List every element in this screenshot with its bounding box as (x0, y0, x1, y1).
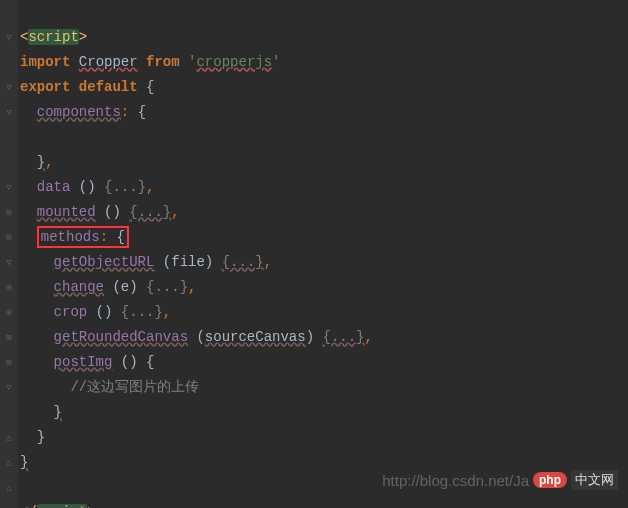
php-badge-icon: php (533, 472, 567, 488)
fold-icon[interactable]: △ (0, 425, 18, 450)
fold-icon[interactable] (0, 400, 18, 425)
watermark-url: http://blog.csdn.net/Ja (382, 472, 529, 489)
fold-icon[interactable]: ▽ (0, 375, 18, 400)
fold-icon[interactable] (0, 150, 18, 175)
fold-icon[interactable]: △ (0, 450, 18, 475)
code-line: //这边写图片的上传 (20, 375, 628, 400)
highlight-box: methods: { (37, 226, 129, 248)
fold-icon[interactable]: ▽ (0, 25, 18, 50)
code-line: <script> (20, 25, 628, 50)
fold-gutter: ▽ ▽ ▽ ▽ ⊞ ⊞ ▽ ⊞ ⊞ ⊞ ⊞ ▽ △ △ △ △ (0, 0, 18, 508)
fold-icon[interactable] (0, 125, 18, 150)
code-line: mounted () {...}, (20, 200, 628, 225)
code-editor: ▽ ▽ ▽ ▽ ⊞ ⊞ ▽ ⊞ ⊞ ⊞ ⊞ ▽ △ △ △ △ <script>… (0, 0, 628, 508)
code-line: crop () {...}, (20, 300, 628, 325)
watermark-cn: 中文网 (571, 470, 618, 490)
code-line: getObjectURL (file) {...}, (20, 250, 628, 275)
fold-icon[interactable]: ▽ (0, 175, 18, 200)
fold-icon[interactable] (0, 500, 18, 508)
fold-icon[interactable]: ⊞ (0, 300, 18, 325)
fold-icon[interactable]: ⊞ (0, 325, 18, 350)
fold-icon[interactable]: ▽ (0, 75, 18, 100)
code-line: postImg () { (20, 350, 628, 375)
fold-icon[interactable]: ⊞ (0, 200, 18, 225)
fold-icon[interactable]: ⊞ (0, 225, 18, 250)
fold-icon[interactable]: ▽ (0, 100, 18, 125)
fold-icon[interactable] (0, 50, 18, 75)
code-line: methods: { (20, 225, 628, 250)
code-line: } (20, 425, 628, 450)
code-line: export default { (20, 75, 628, 100)
code-line: change (e) {...}, (20, 275, 628, 300)
fold-icon[interactable]: △ (0, 475, 18, 500)
code-line (20, 125, 628, 150)
code-line: } (20, 400, 628, 425)
fold-icon[interactable]: ⊞ (0, 350, 18, 375)
code-line: import Cropper from 'cropperjs' (20, 50, 628, 75)
code-line: data () {...}, (20, 175, 628, 200)
watermark: http://blog.csdn.net/Ja php 中文网 (382, 470, 618, 490)
fold-icon[interactable]: ⊞ (0, 275, 18, 300)
code-line: </script> (20, 500, 628, 508)
code-line: }, (20, 150, 628, 175)
fold-icon[interactable]: ▽ (0, 250, 18, 275)
code-content[interactable]: <script> import Cropper from 'cropperjs'… (18, 0, 628, 508)
code-line: components: { (20, 100, 628, 125)
code-line: getRoundedCanvas (sourceCanvas) {...}, (20, 325, 628, 350)
